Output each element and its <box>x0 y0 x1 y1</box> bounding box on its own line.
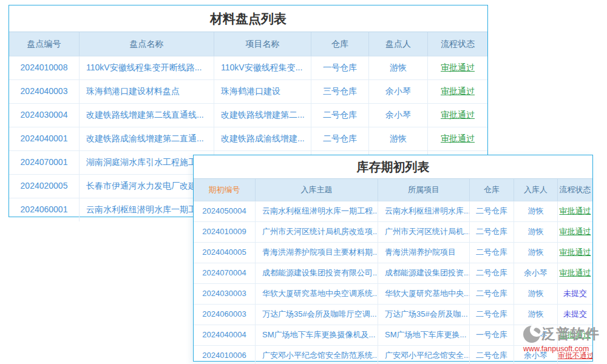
cell-project: SM广场地下车库更换... <box>378 325 469 345</box>
cell-person: 游恢 <box>514 222 557 242</box>
cell-person: 余小琴 <box>368 104 427 127</box>
cell-name: 万达广场35#会所及咖啡厅空调... <box>255 305 378 325</box>
cell-project: 改建铁路线增建第二... <box>214 104 311 127</box>
cell-id[interactable]: 2024040005 <box>194 243 255 263</box>
cell-warehouse: 二号仓库 <box>311 104 368 127</box>
cell-project: 改建铁路成渝线增建... <box>214 127 311 150</box>
cell-status[interactable]: 审批通过 <box>427 104 487 127</box>
stock-opening-table-title: 库存期初列表 <box>194 155 592 178</box>
cell-id[interactable]: 2024010009 <box>194 222 255 242</box>
cell-name: 广安邓小平纪念馆安全防范系统... <box>255 346 378 364</box>
cell-warehouse: 一号仓库 <box>469 325 514 345</box>
brand-name: 泛普软件 <box>541 327 600 341</box>
cell-id[interactable]: 2024070001 <box>9 151 79 174</box>
material-inventory-table-title: 材料盘点列表 <box>9 5 487 32</box>
cell-name: 华软大厦研究基地中央空调系统... <box>255 284 378 304</box>
cell-name: 云南水利枢纽潜明水库一期工程... <box>255 201 378 221</box>
cell-person: 游恢 <box>368 127 427 150</box>
cell-warehouse: 三号仓库 <box>311 80 368 103</box>
cell-project: 珠海鹤港口建设 <box>214 80 311 103</box>
cell-name: SM广场地下车库更换摄像机及... <box>255 325 378 345</box>
table-row[interactable]: 2024040005青海洪湖养护院项目主要材料期...青海洪湖养护院项目二号仓库… <box>194 242 592 263</box>
cell-name: 改建铁路线增建第二线直通线... <box>79 104 214 127</box>
cell-project: 广州市天河区统计局机... <box>378 222 469 242</box>
column-header[interactable]: 盘点编号 <box>9 32 79 56</box>
brand-watermark: 泛普软件 www.fanpusoft.com <box>522 322 605 353</box>
cell-id[interactable]: 2024030004 <box>9 104 79 127</box>
cell-id[interactable]: 2024040001 <box>9 127 79 150</box>
column-header[interactable]: 入库主题 <box>255 179 378 201</box>
fanpu-logo-icon <box>522 322 541 345</box>
cell-status[interactable]: 审批通过 <box>557 263 592 283</box>
cell-warehouse: 二号仓库 <box>469 263 514 283</box>
cell-id[interactable]: 2024010006 <box>194 346 255 364</box>
cell-person: 游恢 <box>368 56 427 79</box>
column-header[interactable]: 仓库 <box>311 32 368 56</box>
table-row[interactable]: 2024030004改建铁路线增建第二线直通线...改建铁路线增建第二...二号… <box>9 103 487 127</box>
cell-project: 青海洪湖养护院项目 <box>378 243 469 263</box>
cell-warehouse: 二号仓库 <box>469 284 514 304</box>
column-header[interactable]: 流程状态 <box>427 32 487 56</box>
cell-name: 成都能源建设集团投资有限公司... <box>255 263 378 283</box>
cell-id[interactable]: 2024060001 <box>9 198 79 221</box>
column-header[interactable]: 入库人 <box>514 179 557 201</box>
cell-name: 青海洪湖养护院项目主要材料期... <box>255 243 378 263</box>
cell-project: 万达广场35#会所及咖... <box>378 305 469 325</box>
table-row[interactable]: 2024010008110kV安徽线程集变开断线路...110kV安徽线程集变.… <box>9 56 487 79</box>
cell-status[interactable]: 未提交 <box>557 284 592 304</box>
table-row[interactable]: 2024050004云南水利枢纽潜明水库一期工程...云南水利枢纽潜明水库...… <box>194 201 592 221</box>
cell-person: 游恢 <box>514 243 557 263</box>
cell-id[interactable]: 2024070004 <box>194 263 255 283</box>
cell-project: 华软大厦研究基地中央... <box>378 284 469 304</box>
stock-opening-header-row: 期初编号入库主题所属项目仓库入库人流程状态 <box>194 178 592 201</box>
brand-url: www.fanpusoft.com <box>522 345 605 353</box>
table-row[interactable]: 2024070004成都能源建设集团投资有限公司...成都能源建设集团投资...… <box>194 263 592 283</box>
cell-warehouse: 二号仓库 <box>469 201 514 221</box>
cell-warehouse: 二号仓库 <box>469 305 514 325</box>
table-row[interactable]: 2024010009广州市天河区统计局机房改造项...广州市天河区统计局机...… <box>194 221 592 242</box>
cell-status[interactable]: 审批通过 <box>427 56 487 79</box>
table-row[interactable]: 2024040003珠海鹤港口建设材料盘点珠海鹤港口建设三号仓库余小琴审批通过 <box>9 79 487 103</box>
table-row[interactable]: 2024060003万达广场35#会所及咖啡厅空调...万达广场35#会所及咖.… <box>194 304 592 325</box>
cell-warehouse: 二号仓库 <box>469 346 514 364</box>
cell-project: 成都能源建设集团投资... <box>378 263 469 283</box>
cell-person: 游恢 <box>514 284 557 304</box>
cell-id[interactable]: 2024060003 <box>194 305 255 325</box>
cell-person: 游恢 <box>514 201 557 221</box>
cell-person: 余小琴 <box>368 80 427 103</box>
column-header[interactable]: 项目名称 <box>214 32 311 56</box>
cell-project: 110kV安徽线程集变... <box>214 56 311 79</box>
cell-id[interactable]: 2024050004 <box>194 201 255 221</box>
cell-status[interactable]: 审批通过 <box>427 80 487 103</box>
table-row[interactable]: 2024030003华软大厦研究基地中央空调系统...华软大厦研究基地中央...… <box>194 283 592 304</box>
cell-warehouse: 二号仓库 <box>311 127 368 150</box>
column-header[interactable]: 所属项目 <box>378 179 469 201</box>
cell-status[interactable]: 审批通过 <box>557 201 592 221</box>
cell-status[interactable]: 审批通过 <box>557 222 592 242</box>
cell-id[interactable]: 2024030003 <box>194 284 255 304</box>
cell-name: 改建铁路成渝线增建第二直通... <box>79 127 214 150</box>
column-header[interactable]: 盘点名称 <box>79 32 214 56</box>
column-header[interactable]: 仓库 <box>469 179 514 201</box>
cell-id[interactable]: 2024040004 <box>194 325 255 345</box>
cell-id[interactable]: 2024040003 <box>9 80 79 103</box>
cell-status[interactable]: 审批通过 <box>557 243 592 263</box>
cell-name: 广州市天河区统计局机房改造项... <box>255 222 378 242</box>
cell-status[interactable]: 审批通过 <box>427 127 487 150</box>
cell-warehouse: 二号仓库 <box>469 243 514 263</box>
column-header[interactable]: 期初编号 <box>194 179 255 201</box>
cell-warehouse: 一号仓库 <box>311 56 368 79</box>
cell-id[interactable]: 2024020005 <box>9 175 79 198</box>
cell-project: 云南水利枢纽潜明水库... <box>378 201 469 221</box>
cell-name: 110kV安徽线程集变开断线路... <box>79 56 214 79</box>
column-header[interactable]: 流程状态 <box>557 179 592 201</box>
cell-project: 广安邓小平纪念馆安全... <box>378 346 469 364</box>
material-inventory-header-row: 盘点编号盘点名称项目名称仓库盘点人流程状态 <box>9 32 487 56</box>
table-row[interactable]: 2024040001改建铁路成渝线增建第二直通...改建铁路成渝线增建...二号… <box>9 127 487 150</box>
cell-id[interactable]: 2024010008 <box>9 56 79 79</box>
cell-name: 珠海鹤港口建设材料盘点 <box>79 80 214 103</box>
column-header[interactable]: 盘点人 <box>368 32 427 56</box>
cell-warehouse: 二号仓库 <box>469 222 514 242</box>
cell-person: 余小琴 <box>514 263 557 283</box>
